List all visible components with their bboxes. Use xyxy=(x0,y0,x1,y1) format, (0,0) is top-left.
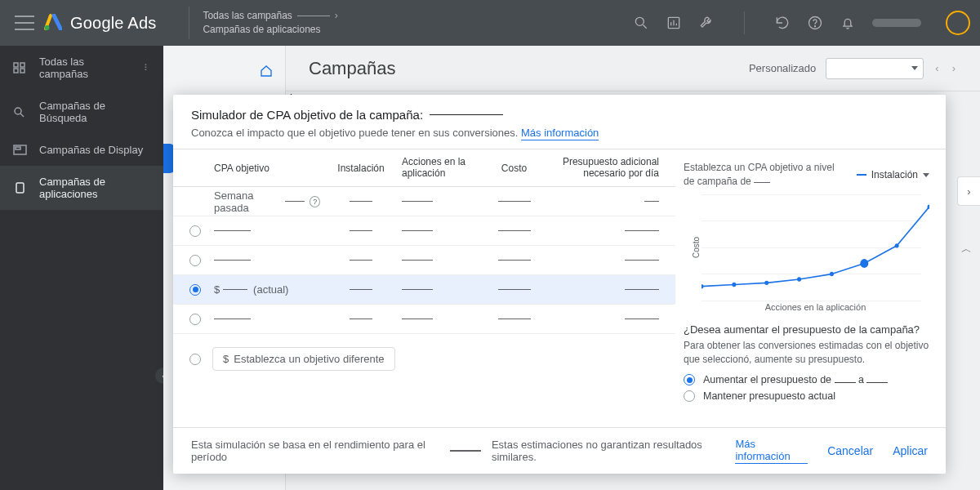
svg-point-24 xyxy=(895,243,899,247)
divider xyxy=(189,7,189,39)
help-icon[interactable] xyxy=(807,15,823,31)
topbar-actions xyxy=(633,11,970,35)
svg-point-0 xyxy=(45,25,50,30)
placeholder-dash xyxy=(430,114,503,116)
date-range-label: Personalizado xyxy=(749,62,816,74)
radio[interactable] xyxy=(684,390,695,402)
svg-point-19 xyxy=(732,283,736,287)
date-range-dropdown[interactable] xyxy=(826,58,924,79)
legend-label: Instalación xyxy=(871,169,918,180)
last-week-row: Semana pasada ? xyxy=(173,187,675,216)
dialog-subtitle: Conozca el impacto que el objetivo puede… xyxy=(191,127,518,139)
hamburger-icon[interactable] xyxy=(15,16,34,30)
sidebar-item-app[interactable]: Campañas de aplicaciones xyxy=(0,166,163,210)
radio[interactable] xyxy=(189,225,201,237)
page-header: Campañas Personalizado ‹ › xyxy=(286,46,980,91)
next-period-button[interactable]: › xyxy=(951,62,957,74)
cost-chart: Costo xyxy=(702,194,929,301)
notifications-icon[interactable] xyxy=(840,15,856,31)
custom-target-placeholder: Establezca un objetivo diferente xyxy=(234,353,384,365)
caret-down-icon xyxy=(911,66,918,70)
cancel-button[interactable]: Cancelar xyxy=(827,444,873,457)
radio-selected[interactable] xyxy=(189,284,201,296)
breadcrumb[interactable]: Todas las campañas › Campañas de aplicac… xyxy=(203,9,337,37)
col-cost: Costo xyxy=(479,163,549,174)
avatar[interactable] xyxy=(946,11,970,35)
budget-section: ¿Desea aumentar el presupuesto de la cam… xyxy=(684,323,929,408)
svg-rect-9 xyxy=(14,63,18,67)
search-icon[interactable] xyxy=(633,15,649,31)
svg-rect-16 xyxy=(16,147,20,149)
table-header: CPA objetivo Instalación Acciones en la … xyxy=(173,149,675,187)
sidebar-item-all-campaigns[interactable]: Todas las campañas ⠇ xyxy=(0,46,163,90)
currency-prefix: $ xyxy=(223,353,229,365)
radio[interactable] xyxy=(189,314,201,325)
svg-rect-11 xyxy=(14,69,18,73)
product-logo[interactable]: Google Ads xyxy=(44,14,156,33)
budget-question: ¿Desea aumentar el presupuesto de la cam… xyxy=(684,323,929,336)
apply-button[interactable]: Aplicar xyxy=(893,444,928,457)
radio[interactable] xyxy=(189,255,201,266)
budget-opt-keep[interactable]: Mantener presupuesto actual xyxy=(684,390,929,402)
help-icon[interactable]: ? xyxy=(310,196,320,207)
dialog-title: Simulador de CPA objetivo de la campaña: xyxy=(191,108,423,122)
sidebar-item-search[interactable]: Campañas de Búsqueda xyxy=(0,90,163,134)
product-name: Google Ads xyxy=(70,14,156,33)
col-installs: Instalación xyxy=(320,163,402,174)
ads-logo-icon xyxy=(44,14,62,33)
panel-expand-button[interactable]: › xyxy=(957,176,980,206)
chevron-down-icon: ⠇ xyxy=(144,63,150,74)
top-bar: Google Ads Todas las campañas › Campañas… xyxy=(0,0,980,46)
page-title: Campañas xyxy=(309,58,395,79)
budget-opt-increase[interactable]: Aumentar el presupuesto de a xyxy=(684,374,929,385)
simulator-table: CPA objetivo Instalación Acciones en la … xyxy=(173,149,675,427)
divider xyxy=(744,11,745,34)
cpa-simulator-dialog: Simulador de CPA objetivo de la campaña:… xyxy=(173,95,946,474)
more-info-link[interactable]: Más información xyxy=(521,127,599,140)
account-placeholder xyxy=(872,19,921,27)
table-row[interactable] xyxy=(173,216,675,246)
table-row[interactable] xyxy=(173,305,675,334)
svg-point-22 xyxy=(830,272,834,276)
sidebar-item-label: Campañas de Búsqueda xyxy=(39,100,150,124)
breadcrumb-page: Campañas de aplicaciones xyxy=(203,23,337,37)
svg-point-1 xyxy=(635,17,644,25)
panel-collapse-icon[interactable]: ︿ xyxy=(959,242,973,256)
table-row[interactable] xyxy=(173,246,675,275)
home-icon[interactable] xyxy=(259,64,274,81)
svg-point-21 xyxy=(797,277,801,281)
budget-hint: Para obtener las conversiones estimadas … xyxy=(684,339,929,367)
refresh-icon[interactable] xyxy=(774,15,791,31)
establish-label: Establezca un CPA objetivo a nivel de ca… xyxy=(684,161,844,189)
breadcrumb-root: Todas las campañas xyxy=(203,9,292,23)
table-row-selected[interactable]: $ (actual) xyxy=(173,275,675,305)
radio-selected[interactable] xyxy=(684,374,695,385)
placeholder-dash xyxy=(297,16,330,16)
sidebar-item-display[interactable]: Campañas de Display xyxy=(0,134,163,166)
tools-icon[interactable] xyxy=(698,15,715,31)
chart-xlabel: Acciones en la aplicación xyxy=(702,302,929,312)
custom-target-row: $ Establezca un objetivo diferente xyxy=(173,334,675,384)
svg-line-14 xyxy=(20,114,24,117)
sidebar: Todas las campañas ⠇ Campañas de Búsqued… xyxy=(0,46,163,490)
footer-period: Esta simulación se basa en el rendimient… xyxy=(191,439,445,463)
custom-target-input[interactable]: $ Establezca un objetivo diferente xyxy=(212,347,395,371)
footer-more-info-link[interactable]: Más información xyxy=(735,438,808,464)
reports-icon[interactable] xyxy=(666,15,682,31)
sidebar-item-label: Todas las campañas xyxy=(39,56,132,80)
chart-ylabel: Costo xyxy=(692,237,701,258)
sidebar-item-label: Campañas de Display xyxy=(39,144,143,156)
svg-rect-12 xyxy=(20,69,24,73)
prev-period-button[interactable]: ‹ xyxy=(933,62,940,74)
radio[interactable] xyxy=(189,354,201,365)
footer-disclaimer: Estas estimaciones no garantizan resulta… xyxy=(492,439,733,463)
svg-point-13 xyxy=(15,108,21,114)
dialog-header: Simulador de CPA objetivo de la campaña:… xyxy=(173,95,946,149)
svg-point-8 xyxy=(815,26,816,27)
chevron-right-icon: › xyxy=(335,9,338,23)
chart-legend-dropdown[interactable]: Instalación xyxy=(857,161,929,189)
simulator-right-panel: Establezca un CPA objetivo a nivel de ca… xyxy=(675,149,946,427)
svg-rect-17 xyxy=(16,183,24,193)
svg-point-18 xyxy=(702,284,703,288)
app-icon xyxy=(13,182,28,194)
